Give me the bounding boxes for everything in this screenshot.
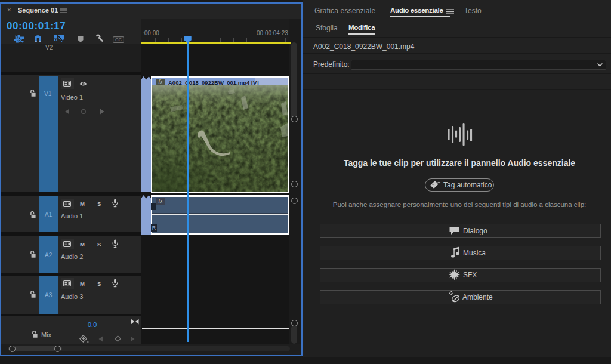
svg-text:CC: CC: [115, 37, 122, 42]
